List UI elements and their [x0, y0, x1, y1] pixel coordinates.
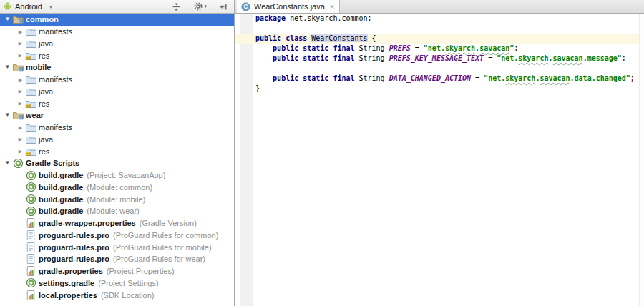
tree-item-label: common: [26, 15, 59, 24]
folder-icon: [25, 134, 36, 145]
code-token: skyarch: [445, 44, 475, 52]
code-editor[interactable]: package net.skyarch.common;public class …: [235, 14, 644, 306]
tree-row-common[interactable]: ▼common: [0, 14, 234, 26]
code-line[interactable]: public class WearConstants {: [235, 34, 644, 44]
gear-icon[interactable]: ▾: [192, 1, 208, 12]
tree-row-build-gradle[interactable]: build.gradle(Project: SavacanApp): [0, 169, 234, 182]
tree-row-manifests[interactable]: ▶manifests: [0, 74, 234, 86]
tree-row-java[interactable]: ▶java: [0, 38, 234, 50]
tree-row-proguard-rules-pro[interactable]: proguard-rules.pro(ProGuard Rules for co…: [0, 230, 234, 242]
hide-panel-icon[interactable]: [218, 1, 230, 12]
code-token: [255, 54, 273, 62]
tab-wearconstants-java[interactable]: C WearConstants.java ×: [237, 0, 340, 13]
tree-row-proguard-rules-pro[interactable]: proguard-rules.pro(ProGuard Rules for mo…: [0, 241, 234, 253]
tree-row-res[interactable]: ▶res: [0, 97, 234, 109]
tree-row-settings-gradle[interactable]: settings.gradle(Project Settings): [0, 277, 234, 290]
tree-item-hint: (ProGuard Rules for common): [113, 231, 218, 240]
chevron-right-icon[interactable]: ▶: [16, 149, 25, 154]
gradle-icon: [25, 206, 36, 217]
chevron-right-icon[interactable]: ▶: [16, 77, 25, 82]
project-view-selector[interactable]: Android ▾: [3, 1, 52, 12]
code-token: [255, 44, 273, 52]
tree-item-label: build.gradle: [39, 195, 83, 204]
code-line[interactable]: public static final String DATA_CHANGED_…: [235, 74, 644, 84]
svg-text:C: C: [244, 4, 248, 10]
tree-row-res[interactable]: ▶res: [0, 49, 234, 61]
code-token: public static final: [273, 44, 354, 52]
code-token: savacan: [540, 74, 570, 82]
code-token: skyarch: [518, 54, 548, 62]
tree-row-manifests[interactable]: ▶manifests: [0, 122, 234, 134]
chevron-down-icon: ▾: [49, 4, 52, 10]
code-token: .data.changed": [570, 74, 630, 82]
tree-row-gradle-wrapper-properties[interactable]: gradle-wrapper.properties(Gradle Version…: [0, 217, 234, 230]
tree-item-label: proguard-rules.pro: [39, 243, 109, 252]
gradle-icon: [25, 277, 36, 288]
editor-panel: C WearConstants.java × package net.skyar…: [235, 0, 644, 306]
tree-row-build-gradle[interactable]: build.gradle(Module: mobile): [0, 193, 234, 205]
chevron-down-icon: ▾: [204, 4, 207, 9]
tree-row-gradle-scripts[interactable]: ▼Gradle Scripts: [0, 157, 234, 169]
tree-item-label: build.gradle: [39, 171, 83, 179]
chevron-right-icon[interactable]: ▶: [16, 41, 25, 46]
project-panel: Android ▾: [0, 0, 235, 306]
chevron-right-icon[interactable]: ▶: [16, 101, 25, 106]
code-token: PREFS: [389, 44, 411, 52]
tree-row-build-gradle[interactable]: build.gradle(Module: common): [0, 182, 234, 194]
tree-item-label: local.properties: [39, 291, 97, 300]
tree-row-wear[interactable]: ▼wear: [0, 109, 234, 122]
chevron-down-icon[interactable]: ▼: [3, 16, 12, 22]
chevron-right-icon[interactable]: ▶: [16, 29, 25, 34]
code-token: DATA_CHANGED_ACTION: [389, 74, 471, 82]
tree-row-gradle-properties[interactable]: gradle.properties(Project Properties): [0, 265, 234, 277]
code-line[interactable]: package net.skyarch.common;: [235, 14, 644, 24]
folder-icon: [25, 26, 36, 37]
code-token: =: [484, 54, 497, 62]
code-line[interactable]: public static final String PREFS = "net.…: [235, 44, 644, 54]
chevron-right-icon[interactable]: ▶: [16, 137, 25, 142]
tree-row-mobile[interactable]: ▼mobile: [0, 61, 234, 74]
folder-icon: [25, 86, 36, 97]
code-line[interactable]: public static final String PREFS_KEY_MES…: [235, 54, 644, 64]
editor-scrollbar[interactable]: [639, 14, 644, 306]
code-line[interactable]: [235, 24, 644, 34]
chevron-down-icon[interactable]: ▼: [3, 64, 12, 70]
chevron-down-icon[interactable]: ▼: [3, 112, 12, 118]
tree-row-manifests[interactable]: ▶manifests: [0, 26, 234, 38]
code-token: public static final: [273, 54, 354, 62]
chevron-right-icon[interactable]: ▶: [16, 53, 25, 58]
code-token: public static final: [273, 74, 354, 82]
chevron-right-icon[interactable]: ▶: [16, 125, 25, 130]
code-token: savacan: [479, 44, 509, 52]
tree-item-label: gradle.properties: [39, 267, 103, 275]
code-token: String: [354, 44, 389, 52]
tree-row-res[interactable]: ▶res: [0, 145, 234, 157]
tree-row-java[interactable]: ▶java: [0, 86, 234, 98]
tree-row-build-gradle[interactable]: build.gradle(Module: wear): [0, 205, 234, 217]
gradle-icon: [25, 170, 36, 181]
project-toolbar-actions: ▾: [170, 1, 230, 12]
code-line[interactable]: }: [235, 84, 644, 94]
code-token: savacan: [552, 54, 582, 62]
code-line[interactable]: [235, 64, 644, 74]
code-token: "net.: [497, 54, 518, 62]
tree-row-local-properties[interactable]: local.properties(SDK Location): [0, 289, 234, 301]
code-area: package net.skyarch.common;public class …: [235, 14, 644, 94]
text-file-icon: [25, 242, 36, 253]
code-token: String: [354, 54, 389, 62]
collapse-all-icon[interactable]: [170, 1, 182, 12]
chevron-right-icon[interactable]: ▶: [16, 89, 25, 94]
tree-item-hint: (Module: wear): [87, 207, 139, 215]
code-token: ;: [630, 74, 635, 82]
tree-item-label: settings.gradle: [39, 279, 94, 287]
editor-tab-bar: C WearConstants.java ×: [235, 0, 644, 14]
code-token: PREFS_KEY_MESSAGE_TEXT: [389, 54, 484, 62]
close-icon[interactable]: ×: [330, 3, 334, 11]
chevron-down-icon[interactable]: ▼: [3, 160, 12, 166]
tree-row-proguard-rules-pro[interactable]: proguard-rules.pro(ProGuard Rules for we…: [0, 253, 234, 265]
tree-row-java[interactable]: ▶java: [0, 134, 234, 146]
properties-file-icon: [25, 217, 36, 229]
tree-item-label: manifests: [39, 27, 72, 36]
tree-item-hint: (Project Properties): [107, 267, 175, 275]
gradle-icon: [25, 182, 36, 192]
